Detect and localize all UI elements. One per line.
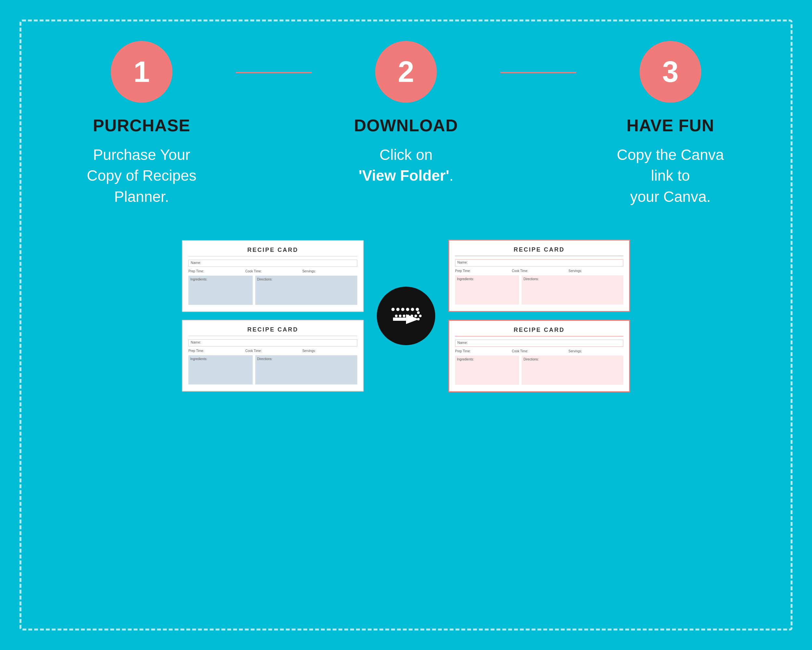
recipe-card-pink-title-2: RECIPE CARD — [455, 327, 623, 336]
connector-1-2 — [236, 72, 312, 73]
directions-box-1: Directions: — [255, 275, 357, 305]
ingredients-box-pink-2: Ingredients: — [455, 356, 519, 385]
svg-point-16 — [417, 318, 420, 320]
svg-point-5 — [416, 308, 419, 311]
servings-1: Servings: — [302, 269, 357, 273]
directions-box-pink-2: Directions: — [522, 356, 623, 385]
ingredients-box-2: Ingredients: — [188, 355, 253, 384]
name-field-pink-2: Name: — [455, 340, 623, 347]
step-1-circle: 1 — [111, 41, 172, 103]
directions-box-pink-1: Directions: — [522, 275, 623, 304]
ingredients-box-pink-1: Ingredients: — [455, 275, 519, 304]
cards-section: RECIPE CARD Name: Prep Time: Cook Time: … — [47, 240, 765, 392]
step-1-desc: Purchase Your Copy of Recipes Planner. — [87, 144, 197, 207]
times-row-1: Prep Time: Cook Time: Servings: — [188, 269, 357, 273]
svg-point-10 — [403, 315, 405, 317]
arrow-button[interactable] — [377, 287, 435, 345]
right-card-stack: RECIPE CARD Name: Prep Time: Cook Time: … — [448, 240, 630, 392]
ingredients-box-1: Ingredients: — [188, 275, 253, 305]
times-row-2: Prep Time: Cook Time: Servings: — [188, 349, 357, 353]
svg-point-15 — [419, 315, 421, 317]
svg-point-11 — [407, 315, 409, 317]
recipe-card-pink-title-1: RECIPE CARD — [455, 246, 623, 256]
recipe-card-title-1: RECIPE CARD — [188, 247, 357, 257]
svg-rect-7 — [393, 318, 412, 321]
cook-time-1: Cook Time: — [245, 269, 300, 273]
main-container: 1 PURCHASE Purchase Your Copy of Recipes… — [20, 20, 792, 630]
prep-time-1: Prep Time: — [188, 269, 243, 273]
step-3: 3 HAVE FUN Copy the Canva link to your C… — [576, 41, 765, 207]
step-2-title: DOWNLOAD — [354, 116, 458, 135]
arrow-icon — [386, 303, 426, 329]
prep-time-pink-1: Prep Time: — [455, 269, 510, 273]
servings-pink-1: Servings: — [568, 269, 623, 273]
svg-point-0 — [391, 308, 395, 311]
step-3-desc: Copy the Canva link to your Canva. — [617, 144, 724, 207]
times-row-pink-2: Prep Time: Cook Time: Servings: — [455, 349, 623, 353]
svg-point-14 — [417, 311, 420, 314]
recipe-card-pink-2: RECIPE CARD Name: Prep Time: Cook Time: … — [448, 320, 630, 392]
name-field-1: Name: — [188, 260, 357, 267]
svg-point-9 — [399, 315, 401, 317]
step-2-circle: 2 — [375, 41, 437, 103]
servings-pink-2: Servings: — [568, 349, 623, 353]
times-row-pink-1: Prep Time: Cook Time: Servings: — [455, 269, 623, 273]
svg-point-2 — [401, 308, 404, 311]
svg-point-13 — [414, 315, 417, 317]
cook-time-pink-1: Cook Time: — [512, 269, 567, 273]
cook-time-2: Cook Time: — [245, 349, 300, 353]
card-body-pink-1: Ingredients: Directions: — [455, 275, 623, 304]
card-body-2: Ingredients: Directions: — [188, 355, 357, 384]
recipe-card-title-2: RECIPE CARD — [188, 326, 357, 336]
directions-box-2: Directions: — [255, 355, 357, 384]
name-field-pink-1: Name: — [455, 259, 623, 266]
card-body-1: Ingredients: Directions: — [188, 275, 357, 305]
step-1: 1 PURCHASE Purchase Your Copy of Recipes… — [47, 41, 236, 207]
name-field-2: Name: — [188, 339, 357, 346]
svg-point-1 — [396, 308, 400, 311]
prep-time-pink-2: Prep Time: — [455, 349, 510, 353]
svg-point-4 — [411, 308, 414, 311]
recipe-card-grey-1: RECIPE CARD Name: Prep Time: Cook Time: … — [182, 240, 364, 312]
left-card-stack: RECIPE CARD Name: Prep Time: Cook Time: … — [182, 240, 364, 392]
step-2-desc: Click on 'View Folder'. — [359, 144, 453, 186]
recipe-card-pink-1: RECIPE CARD Name: Prep Time: Cook Time: … — [448, 240, 630, 312]
svg-point-3 — [406, 308, 409, 311]
step-3-circle: 3 — [640, 41, 701, 103]
prep-time-2: Prep Time: — [188, 349, 243, 353]
step-2: 2 DOWNLOAD Click on 'View Folder'. — [312, 41, 500, 186]
cook-time-pink-2: Cook Time: — [512, 349, 567, 353]
recipe-card-grey-2: RECIPE CARD Name: Prep Time: Cook Time: … — [182, 320, 364, 392]
step-3-title: HAVE FUN — [627, 116, 714, 135]
servings-2: Servings: — [302, 349, 357, 353]
step-1-title: PURCHASE — [93, 116, 190, 135]
steps-section: 1 PURCHASE Purchase Your Copy of Recipes… — [47, 41, 765, 207]
card-body-pink-2: Ingredients: Directions: — [455, 356, 623, 385]
svg-point-12 — [411, 315, 413, 317]
svg-point-8 — [395, 315, 398, 317]
connector-2-3 — [500, 72, 576, 73]
